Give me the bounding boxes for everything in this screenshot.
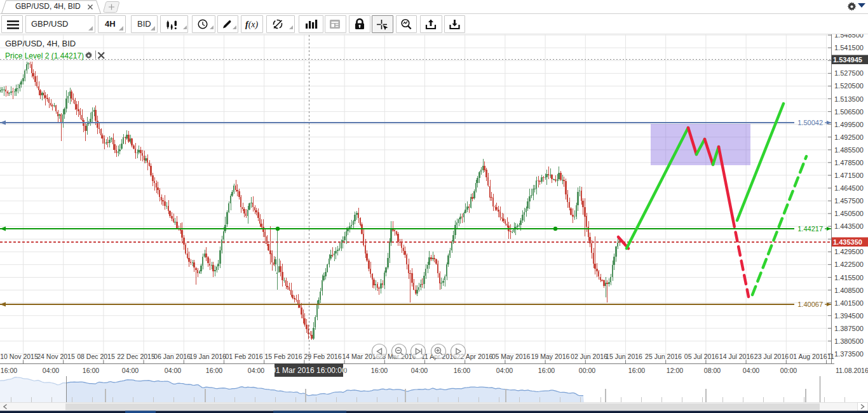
svg-text:1.534945: 1.534945 xyxy=(833,56,862,64)
svg-text:04:00: 04:00 xyxy=(743,367,759,374)
svg-text:01 Feb 2016: 01 Feb 2016 xyxy=(226,353,263,360)
svg-text:16:00: 16:00 xyxy=(206,367,222,374)
svg-text:25 Jun 2016: 25 Jun 2016 xyxy=(645,353,682,360)
svg-text:06 Jan 2016: 06 Jan 2016 xyxy=(154,353,191,360)
svg-text:1.541500: 1.541500 xyxy=(834,44,864,51)
svg-text:04:00: 04:00 xyxy=(43,367,59,374)
svg-text:23 Jul 2016: 23 Jul 2016 xyxy=(754,353,789,360)
svg-text:1.506500: 1.506500 xyxy=(834,108,864,116)
svg-text:1.415500: 1.415500 xyxy=(834,274,864,281)
svg-text:04:00: 04:00 xyxy=(411,367,428,374)
svg-text:16:00: 16:00 xyxy=(371,367,388,374)
svg-text:1.380500: 1.380500 xyxy=(834,337,864,345)
svg-text:16:00: 16:00 xyxy=(628,367,645,374)
svg-text:1.450500: 1.450500 xyxy=(834,210,864,217)
svg-text:1.471500: 1.471500 xyxy=(834,172,864,179)
svg-text:1.40067: 1.40067 xyxy=(797,301,823,308)
svg-text:16:00: 16:00 xyxy=(83,367,99,374)
svg-text:1.464500: 1.464500 xyxy=(834,184,864,192)
svg-text:15 Jun 2016: 15 Jun 2016 xyxy=(606,353,642,360)
svg-text:04:00: 04:00 xyxy=(122,367,139,374)
svg-text:1.548500: 1.548500 xyxy=(834,34,864,39)
svg-text:05 Jul 2016: 05 Jul 2016 xyxy=(684,353,719,360)
svg-text:1.50042: 1.50042 xyxy=(797,119,823,126)
svg-text:01 Aug 2016: 01 Aug 2016 xyxy=(790,353,827,360)
svg-text:29 Feb 2016: 29 Feb 2016 xyxy=(304,353,342,360)
svg-text:16:00: 16:00 xyxy=(454,367,470,374)
svg-text:08:00: 08:00 xyxy=(704,367,721,374)
svg-text:1.443500: 1.443500 xyxy=(834,222,864,230)
svg-text:16:00: 16:00 xyxy=(538,367,555,374)
svg-text:1.373500: 1.373500 xyxy=(834,350,864,358)
svg-text:01 Mar 2016 16:00:00: 01 Mar 2016 16:00:00 xyxy=(271,366,346,375)
svg-text:19 May 2016: 19 May 2016 xyxy=(531,353,570,360)
svg-text:12:00: 12:00 xyxy=(667,367,683,374)
svg-text:08 Dec 2015: 08 Dec 2015 xyxy=(77,353,115,360)
svg-text:19 Jan 2016: 19 Jan 2016 xyxy=(189,353,226,360)
svg-text:10 Nov 2015: 10 Nov 2015 xyxy=(0,353,38,360)
svg-text:1.485500: 1.485500 xyxy=(834,146,864,154)
svg-text:f(x): f(x) xyxy=(245,20,259,30)
svg-text:1.520500: 1.520500 xyxy=(834,82,864,90)
svg-text:1.527500: 1.527500 xyxy=(834,69,864,77)
svg-text:1.457500: 1.457500 xyxy=(834,197,864,205)
svg-text:14 Jul 2016: 14 Jul 2016 xyxy=(719,353,754,360)
svg-text:1.478500: 1.478500 xyxy=(834,159,864,166)
svg-text:1.387500: 1.387500 xyxy=(834,325,864,332)
svg-text:11.08.2016: 11.08.2016 xyxy=(836,367,868,374)
svg-text:1.429500: 1.429500 xyxy=(834,248,864,255)
svg-text:04:00: 04:00 xyxy=(496,367,513,374)
svg-text:24 Nov 2015: 24 Nov 2015 xyxy=(37,353,75,360)
svg-text:GBP/USD, 4H, BID: GBP/USD, 4H, BID xyxy=(5,39,76,48)
svg-text:1.435350: 1.435350 xyxy=(833,238,862,246)
svg-text:1.513500: 1.513500 xyxy=(834,95,864,103)
svg-text:1.499500: 1.499500 xyxy=(834,121,864,128)
svg-text:00:00: 00:00 xyxy=(780,367,797,374)
svg-text:02 Jun 2016: 02 Jun 2016 xyxy=(571,353,607,360)
svg-text:1.44217: 1.44217 xyxy=(797,225,823,233)
svg-text:1.401500: 1.401500 xyxy=(834,299,864,307)
svg-text:00:00: 00:00 xyxy=(579,367,595,374)
svg-text:1.408500: 1.408500 xyxy=(834,287,864,294)
svg-text:Price Level 2 (1.44217): Price Level 2 (1.44217) xyxy=(5,51,84,60)
svg-text:16:00: 16:00 xyxy=(1,367,17,374)
svg-text:1.422500: 1.422500 xyxy=(834,261,864,268)
svg-text:1.492500: 1.492500 xyxy=(834,133,864,141)
svg-text:04:00: 04:00 xyxy=(248,367,264,374)
svg-text:05 May 2016: 05 May 2016 xyxy=(492,353,531,360)
svg-text:22 Dec 2015: 22 Dec 2015 xyxy=(117,353,155,360)
svg-text:1.394500: 1.394500 xyxy=(834,312,864,320)
svg-text:04:00: 04:00 xyxy=(165,367,181,374)
svg-text:15 Feb 2016: 15 Feb 2016 xyxy=(265,353,302,360)
